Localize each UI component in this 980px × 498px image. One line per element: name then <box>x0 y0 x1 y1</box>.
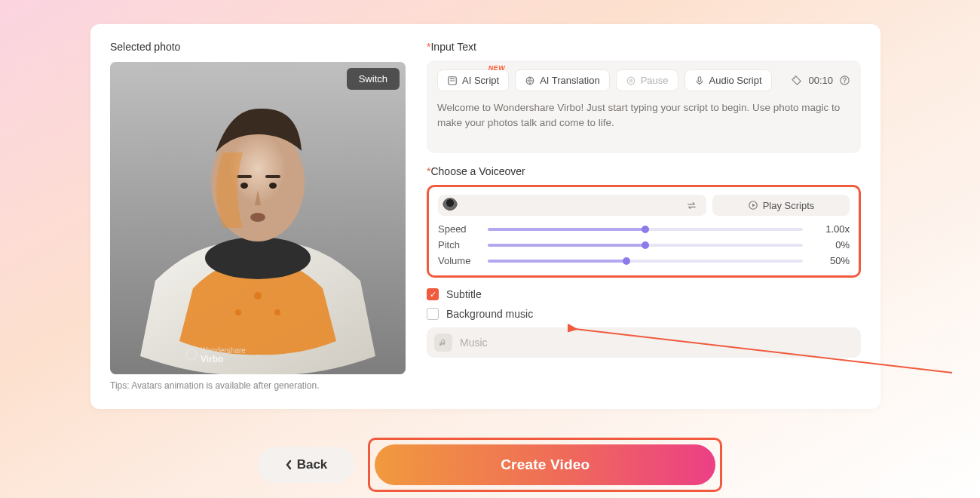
subtitle-checkbox[interactable] <box>427 288 439 300</box>
pitch-slider[interactable] <box>488 244 803 247</box>
bgm-row: Background music <box>427 308 861 320</box>
pitch-value: 0% <box>813 239 850 251</box>
left-column: Selected photo <box>110 41 406 395</box>
subtitle-label: Subtitle <box>446 288 482 300</box>
mic-icon <box>694 75 705 86</box>
music-selector[interactable]: Music <box>427 327 861 358</box>
voiceover-label: *Choose a Voiceover <box>427 165 861 177</box>
svg-point-18 <box>794 78 795 79</box>
selected-photo: Wondershare Virbo Switch <box>110 62 406 374</box>
play-scripts-button[interactable]: Play Scripts <box>712 195 850 216</box>
svg-point-1 <box>205 237 311 279</box>
ai-script-chip[interactable]: AI Script NEW <box>437 69 509 91</box>
avatar-image: Wondershare Virbo <box>110 62 406 374</box>
speed-value: 1.00x <box>813 223 850 235</box>
duration-group: 00:10 <box>791 75 850 86</box>
voiceover-panel: Play Scripts Speed 1.00x Pitch 0% Volume… <box>427 185 861 278</box>
swap-icon <box>686 200 697 211</box>
input-text-box: AI Script NEW AI Translation Pause Audio… <box>427 60 861 153</box>
editor-card: Selected photo <box>90 24 880 409</box>
svg-point-6 <box>269 183 277 189</box>
svg-point-9 <box>235 309 241 315</box>
svg-point-5 <box>240 183 248 189</box>
input-text-label: *Input Text <box>427 41 861 53</box>
svg-rect-17 <box>698 76 701 81</box>
script-icon <box>447 75 458 86</box>
volume-value: 50% <box>813 255 850 266</box>
selected-photo-title: Selected photo <box>110 41 406 53</box>
svg-rect-16 <box>631 78 632 81</box>
duration-text: 00:10 <box>808 75 833 86</box>
play-icon <box>748 200 758 211</box>
svg-rect-4 <box>265 175 280 178</box>
bgm-checkbox[interactable] <box>427 308 439 320</box>
pause-chip: Pause <box>616 69 678 91</box>
watermark-product: Virbo <box>201 354 223 364</box>
tips-text: Tips: Avatars animation is available aft… <box>110 380 406 391</box>
ai-translation-chip[interactable]: AI Translation <box>515 69 610 91</box>
voice-avatar-icon <box>443 198 458 213</box>
audio-script-chip[interactable]: Audio Script <box>684 69 772 91</box>
svg-rect-3 <box>237 175 252 178</box>
script-textarea[interactable]: Welcome to Wondershare Virbo! Just start… <box>437 100 850 143</box>
svg-point-20 <box>844 82 846 84</box>
svg-point-7 <box>250 213 265 222</box>
new-badge: NEW <box>488 64 506 72</box>
pitch-slider-row: Pitch 0% <box>438 239 850 251</box>
svg-point-14 <box>627 77 635 85</box>
switch-photo-button[interactable]: Switch <box>347 68 400 90</box>
create-video-button[interactable]: Create Video <box>375 444 715 485</box>
toolbar: AI Script NEW AI Translation Pause Audio… <box>437 69 850 91</box>
svg-rect-15 <box>629 78 630 81</box>
bgm-label: Background music <box>446 308 533 320</box>
volume-label: Volume <box>438 255 477 266</box>
speed-label: Speed <box>438 223 477 235</box>
pitch-label: Pitch <box>438 239 477 251</box>
right-column: *Input Text AI Script NEW AI Translation… <box>427 41 861 395</box>
footer: Back Create Video <box>0 438 980 492</box>
pause-icon <box>626 75 636 86</box>
speed-slider-row: Speed 1.00x <box>438 223 850 235</box>
music-placeholder: Music <box>460 337 853 349</box>
voice-select[interactable] <box>438 195 706 216</box>
create-video-highlight: Create Video <box>368 438 722 492</box>
volume-slider-row: Volume 50% <box>438 255 850 266</box>
subtitle-row: Subtitle <box>427 288 861 300</box>
svg-point-10 <box>274 309 280 315</box>
chevron-left-icon <box>285 460 292 470</box>
help-icon[interactable] <box>839 75 850 86</box>
back-button[interactable]: Back <box>258 447 355 483</box>
svg-point-8 <box>254 292 262 300</box>
music-icon <box>434 334 452 352</box>
tag-icon[interactable] <box>791 75 802 86</box>
speed-slider[interactable] <box>488 228 803 231</box>
volume-slider[interactable] <box>488 260 803 263</box>
translate-icon <box>525 75 535 86</box>
